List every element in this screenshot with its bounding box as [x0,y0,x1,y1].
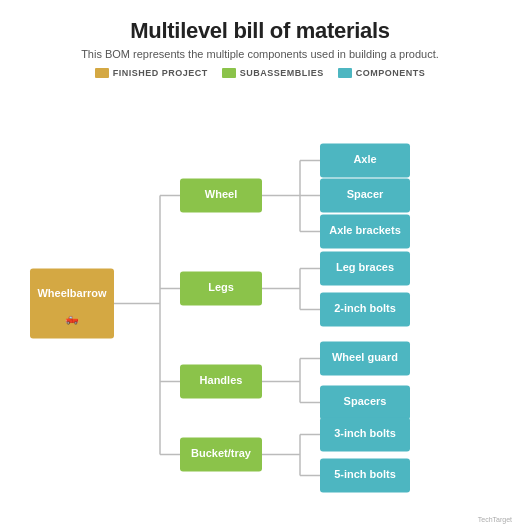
node-5inch-bolts: 5-inch bolts [320,459,410,493]
node-wheel-guard: Wheel guard [320,342,410,376]
page-subtitle: This BOM represents the multiple compone… [81,48,439,60]
legend-item-comp: COMPONENTS [338,68,426,78]
node-axle-brackets-label: Axle brackets [329,224,401,236]
legend-swatch-sub [222,68,236,78]
legend-swatch-finished [95,68,109,78]
node-2inch-bolts-label: 2-inch bolts [334,302,396,314]
node-3inch-bolts-label: 3-inch bolts [334,427,396,439]
node-axle: Axle [320,144,410,178]
node-wheelbarrow-label: Wheelbarrow [37,287,107,299]
svg-rect-0 [30,269,114,339]
node-spacer-label: Spacer [347,188,384,200]
node-wheelbarrow: Wheelbarrow 🛻 [30,269,114,339]
legend-label-finished: FINISHED PROJECT [113,68,208,78]
node-legs-label: Legs [208,281,234,293]
node-spacers-label: Spacers [344,395,387,407]
node-3inch-bolts: 3-inch bolts [320,418,410,452]
node-leg-braces-label: Leg braces [336,261,394,273]
node-legs: Legs [180,272,262,306]
legend-item-finished: FINISHED PROJECT [95,68,208,78]
node-wheel: Wheel [180,179,262,213]
node-leg-braces: Leg braces [320,252,410,286]
node-spacers: Spacers [320,386,410,420]
legend-label-comp: COMPONENTS [356,68,426,78]
legend: FINISHED PROJECT SUBASSEMBLIES COMPONENT… [95,68,426,78]
node-bucket-label: Bucket/tray [191,447,252,459]
watermark-text: TechTarget [478,516,512,523]
node-handles-label: Handles [200,374,243,386]
page-title: Multilevel bill of materials [130,18,389,44]
node-2inch-bolts: 2-inch bolts [320,293,410,327]
watermark: TechTarget [478,516,512,523]
node-spacer: Spacer [320,179,410,213]
node-bucket: Bucket/tray [180,438,262,472]
bom-diagram: Wheelbarrow 🛻 Wheel [20,90,500,517]
node-axle-label: Axle [353,153,376,165]
bom-svg: Wheelbarrow 🛻 Wheel [20,90,500,517]
page: Multilevel bill of materials This BOM re… [0,0,520,527]
legend-item-sub: SUBASSEMBLIES [222,68,324,78]
node-wheel-guard-label: Wheel guard [332,351,398,363]
node-axle-brackets: Axle brackets [320,215,410,249]
node-5inch-bolts-label: 5-inch bolts [334,468,396,480]
node-handles: Handles [180,365,262,399]
node-wheel-label: Wheel [205,188,237,200]
legend-label-sub: SUBASSEMBLIES [240,68,324,78]
wheelbarrow-icon: 🛻 [65,311,79,325]
legend-swatch-comp [338,68,352,78]
